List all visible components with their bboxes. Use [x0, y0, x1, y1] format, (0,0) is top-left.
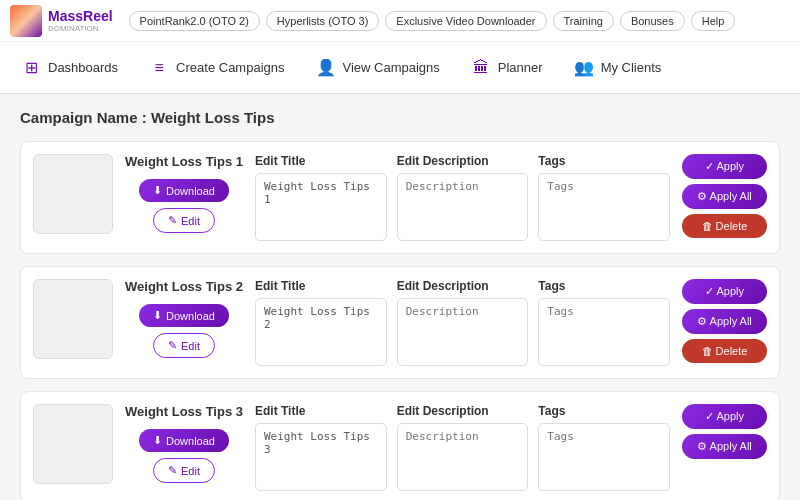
apply-all-button-3[interactable]: ⚙ Apply All: [682, 434, 767, 459]
campaign-item-2: Weight Loss Tips 2 ⬇ Download ✎ Edit Edi…: [20, 266, 780, 379]
edit-fields-2: Edit Title Weight Loss Tips 2 Edit Descr…: [255, 279, 670, 366]
item-title-2: Weight Loss Tips 2: [125, 279, 243, 294]
tags-label-1: Tags: [538, 154, 670, 168]
edit-button-2[interactable]: ✎ Edit: [153, 333, 215, 358]
download-button-1[interactable]: ⬇ Download: [139, 179, 229, 202]
tags-label-3: Tags: [538, 404, 670, 418]
nav-my-clients-label: My Clients: [601, 60, 662, 75]
topnav-pill-1[interactable]: Hyperlists (OTO 3): [266, 11, 379, 31]
apply-button-1[interactable]: ✓ Apply: [682, 154, 767, 179]
apply-button-3[interactable]: ✓ Apply: [682, 404, 767, 429]
edit-description-label-2: Edit Description: [397, 279, 529, 293]
field-group-title-1: Edit Title Weight Loss Tips 1: [255, 154, 387, 241]
item-info-1: Weight Loss Tips 1 ⬇ Download ✎ Edit: [125, 154, 243, 233]
nav-dashboards-label: Dashboards: [48, 60, 118, 75]
field-group-tags-2: Tags: [538, 279, 670, 366]
content-area: Campaign Name : Weight Loss Tips Weight …: [0, 94, 800, 500]
item-title-3: Weight Loss Tips 3: [125, 404, 243, 419]
item-info-2: Weight Loss Tips 2 ⬇ Download ✎ Edit: [125, 279, 243, 358]
edit-description-input-2[interactable]: [397, 298, 529, 366]
item-thumbnail-1: [33, 154, 113, 234]
field-group-desc-3: Edit Description: [397, 404, 529, 491]
topnav-pill-2[interactable]: Exclusive Video Downloader: [385, 11, 546, 31]
create-campaigns-icon: ≡: [148, 57, 170, 79]
field-group-title-2: Edit Title Weight Loss Tips 2: [255, 279, 387, 366]
topnav-pill-0[interactable]: PointRank2.0 (OTO 2): [129, 11, 260, 31]
campaign-item-1: Weight Loss Tips 1 ⬇ Download ✎ Edit Edi…: [20, 141, 780, 254]
logo-sub: DOMINATION: [48, 24, 113, 33]
view-campaigns-icon: 👤: [315, 57, 337, 79]
nav-create-campaigns[interactable]: ≡ Create Campaigns: [148, 52, 284, 84]
edit-description-input-3[interactable]: [397, 423, 529, 491]
item-info-3: Weight Loss Tips 3 ⬇ Download ✎ Edit: [125, 404, 243, 483]
actions-col-2: ✓ Apply ⚙ Apply All 🗑 Delete: [682, 279, 767, 363]
edit-title-label-2: Edit Title: [255, 279, 387, 293]
edit-title-label-3: Edit Title: [255, 404, 387, 418]
nav-planner-label: Planner: [498, 60, 543, 75]
tags-input-1[interactable]: [538, 173, 670, 241]
item-thumbnail-2: [33, 279, 113, 359]
item-thumbnail-3: [33, 404, 113, 484]
nav-view-campaigns[interactable]: 👤 View Campaigns: [315, 52, 440, 84]
edit-button-1[interactable]: ✎ Edit: [153, 208, 215, 233]
actions-col-1: ✓ Apply ⚙ Apply All 🗑 Delete: [682, 154, 767, 238]
delete-button-2[interactable]: 🗑 Delete: [682, 339, 767, 363]
edit-title-label-1: Edit Title: [255, 154, 387, 168]
apply-all-button-2[interactable]: ⚙ Apply All: [682, 309, 767, 334]
tags-input-3[interactable]: [538, 423, 670, 491]
main-nav: ⊞ Dashboards ≡ Create Campaigns 👤 View C…: [0, 42, 800, 94]
edit-description-label-3: Edit Description: [397, 404, 529, 418]
field-group-tags-1: Tags: [538, 154, 670, 241]
field-group-desc-1: Edit Description: [397, 154, 529, 241]
dashboards-icon: ⊞: [20, 57, 42, 79]
actions-col-3: ✓ Apply ⚙ Apply All: [682, 404, 767, 459]
edit-fields-1: Edit Title Weight Loss Tips 1 Edit Descr…: [255, 154, 670, 241]
edit-button-3[interactable]: ✎ Edit: [153, 458, 215, 483]
logo: MassReel DOMINATION: [10, 5, 113, 37]
delete-button-1[interactable]: 🗑 Delete: [682, 214, 767, 238]
nav-dashboards[interactable]: ⊞ Dashboards: [20, 52, 118, 84]
tags-label-2: Tags: [538, 279, 670, 293]
edit-title-input-3[interactable]: Weight Loss Tips 3: [255, 423, 387, 491]
edit-description-input-1[interactable]: [397, 173, 529, 241]
apply-button-2[interactable]: ✓ Apply: [682, 279, 767, 304]
my-clients-icon: 👥: [573, 57, 595, 79]
field-group-title-3: Edit Title Weight Loss Tips 3: [255, 404, 387, 491]
planner-icon: 🏛: [470, 57, 492, 79]
download-button-3[interactable]: ⬇ Download: [139, 429, 229, 452]
tags-input-2[interactable]: [538, 298, 670, 366]
field-group-tags-3: Tags: [538, 404, 670, 491]
download-button-2[interactable]: ⬇ Download: [139, 304, 229, 327]
nav-my-clients[interactable]: 👥 My Clients: [573, 52, 662, 84]
top-nav: MassReel DOMINATION PointRank2.0 (OTO 2)…: [0, 0, 800, 42]
topnav-pill-5[interactable]: Help: [691, 11, 736, 31]
logo-name: MassReel: [48, 8, 113, 24]
edit-title-input-1[interactable]: Weight Loss Tips 1: [255, 173, 387, 241]
logo-icon: [10, 5, 42, 37]
nav-view-campaigns-label: View Campaigns: [343, 60, 440, 75]
item-title-1: Weight Loss Tips 1: [125, 154, 243, 169]
edit-title-input-2[interactable]: Weight Loss Tips 2: [255, 298, 387, 366]
apply-all-button-1[interactable]: ⚙ Apply All: [682, 184, 767, 209]
edit-description-label-1: Edit Description: [397, 154, 529, 168]
nav-planner[interactable]: 🏛 Planner: [470, 52, 543, 84]
nav-create-campaigns-label: Create Campaigns: [176, 60, 284, 75]
topnav-pill-4[interactable]: Bonuses: [620, 11, 685, 31]
campaign-item-3: Weight Loss Tips 3 ⬇ Download ✎ Edit Edi…: [20, 391, 780, 500]
topnav-pill-3[interactable]: Training: [553, 11, 614, 31]
field-group-desc-2: Edit Description: [397, 279, 529, 366]
edit-fields-3: Edit Title Weight Loss Tips 3 Edit Descr…: [255, 404, 670, 491]
logo-text: MassReel DOMINATION: [48, 8, 113, 33]
campaign-title: Campaign Name : Weight Loss Tips: [20, 109, 780, 126]
